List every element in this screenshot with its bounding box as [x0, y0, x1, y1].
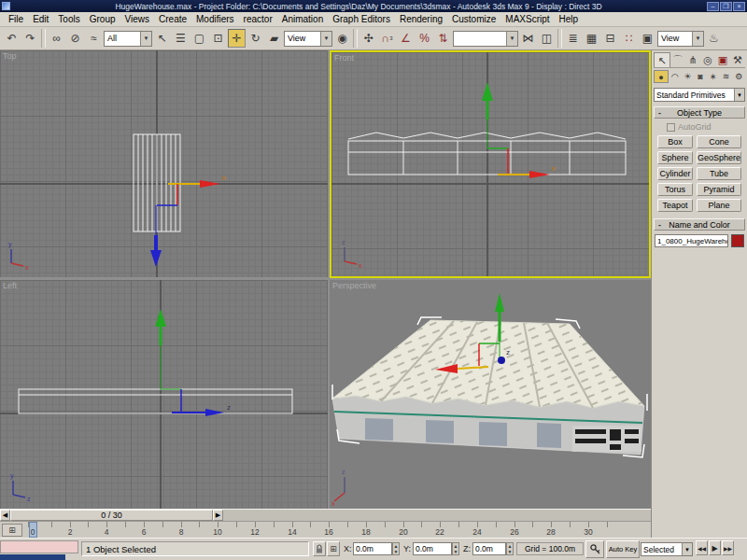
name-and-color-rollout[interactable]: - Name and Color: [654, 218, 745, 231]
menu-modifiers[interactable]: Modifiers: [191, 13, 239, 25]
viewport-label[interactable]: Perspective: [332, 281, 376, 290]
redo-icon[interactable]: ↷: [21, 29, 39, 48]
play-animation-icon[interactable]: ▶: [709, 540, 721, 555]
sphere-button[interactable]: Sphere: [657, 151, 693, 164]
time-slider-track[interactable]: [223, 510, 651, 521]
menu-edit[interactable]: Edit: [28, 13, 53, 25]
layer-manager-icon[interactable]: ≣: [564, 29, 582, 48]
menu-group[interactable]: Group: [85, 13, 120, 25]
object-type-rollout[interactable]: - Object Type: [654, 106, 745, 119]
display-tab-icon[interactable]: ▣: [715, 52, 730, 67]
spinner-snap-icon[interactable]: ⇅: [434, 29, 452, 48]
viewport-left[interactable]: Left z y z: [0, 280, 328, 509]
maxscript-mini-listener[interactable]: [0, 540, 78, 553]
unlink-selection-icon[interactable]: ⊘: [66, 29, 84, 48]
previous-frame-icon[interactable]: ◀: [0, 510, 10, 521]
top-viewport-canvas[interactable]: x y x: [0, 50, 328, 277]
viewport-label[interactable]: Top: [3, 51, 17, 61]
schematic-view-icon[interactable]: ⊟: [601, 29, 619, 48]
motion-tab-icon[interactable]: ◎: [700, 52, 715, 67]
pyramid-button[interactable]: Pyramid: [697, 183, 741, 196]
collapse-icon[interactable]: -: [655, 220, 665, 230]
menu-animation[interactable]: Animation: [277, 13, 328, 25]
set-keys-icon[interactable]: [585, 540, 604, 558]
menu-rendering[interactable]: Rendering: [395, 13, 447, 25]
helpers-icon[interactable]: ∗: [707, 70, 720, 83]
close-icon[interactable]: ×: [733, 2, 745, 11]
auto-key-button[interactable]: Auto Key: [606, 540, 640, 558]
viewport-label[interactable]: Left: [3, 281, 17, 290]
object-color-swatch[interactable]: [731, 234, 744, 247]
undo-icon[interactable]: ↶: [3, 29, 21, 48]
torus-button[interactable]: Torus: [657, 183, 693, 196]
chevron-down-icon[interactable]: ▼: [140, 32, 151, 46]
space-warps-icon[interactable]: ≋: [720, 70, 733, 83]
menu-maxscript[interactable]: MAXScript: [500, 13, 554, 25]
key-filter-dropdown[interactable]: Selected ▼: [641, 542, 693, 556]
menu-tools[interactable]: Tools: [53, 13, 84, 25]
left-viewport-canvas[interactable]: z y z: [0, 280, 328, 509]
viewport-label[interactable]: Front: [334, 53, 354, 63]
geosphere-button[interactable]: GeoSphere: [697, 151, 741, 164]
bind-to-space-warp-icon[interactable]: ≈: [85, 29, 103, 48]
x-spinner[interactable]: ▲▼: [392, 542, 400, 555]
z-spinner[interactable]: ▲▼: [506, 542, 514, 555]
percent-snap-icon[interactable]: %: [416, 29, 433, 48]
autogrid-checkbox[interactable]: [667, 123, 675, 132]
track-bar[interactable]: ⊞ 0 2 4 6 8 10 12 14 16 18 20 22 24 26 2…: [0, 521, 651, 538]
viewport-front-active[interactable]: Front x: [330, 50, 651, 278]
primitive-category-dropdown[interactable]: Standard Primitives ▼: [654, 88, 745, 102]
z-coordinate-input2[interactable]: 0.0m: [472, 542, 506, 555]
coordinate-system-dropdown[interactable]: View ▼: [284, 31, 332, 47]
menu-customize[interactable]: Customize: [447, 13, 500, 25]
go-to-end-icon[interactable]: ▶▶: [722, 540, 734, 555]
cylinder-button[interactable]: Cylinder: [657, 167, 693, 180]
collapse-icon[interactable]: -: [655, 108, 665, 118]
next-frame-icon[interactable]: ▶: [213, 510, 223, 521]
viewport-top[interactable]: Top x: [0, 50, 328, 277]
plane-button[interactable]: Plane: [697, 199, 741, 212]
cameras-icon[interactable]: ◙: [694, 70, 707, 83]
y-coordinate-input[interactable]: 0.0m: [413, 542, 452, 555]
absolute-offset-toggle-icon[interactable]: ⊞: [327, 541, 340, 556]
menu-create[interactable]: Create: [154, 13, 191, 25]
angle-snap-icon[interactable]: ∠: [397, 29, 415, 48]
systems-icon[interactable]: ⚙: [732, 70, 745, 83]
select-and-move-icon[interactable]: ✛: [228, 29, 246, 48]
open-mini-curve-editor-button[interactable]: ⊞: [2, 524, 22, 537]
select-and-link-icon[interactable]: ∞: [48, 29, 65, 48]
select-and-rotate-icon[interactable]: ↻: [247, 29, 264, 48]
select-and-scale-icon[interactable]: ▰: [265, 29, 283, 48]
restore-icon[interactable]: ❐: [720, 2, 732, 11]
object-name-input[interactable]: 1_0800_HugeWarehouse: [655, 234, 728, 247]
front-viewport-canvas[interactable]: x z x: [331, 52, 649, 276]
cone-button[interactable]: Cone: [697, 135, 741, 148]
menu-file[interactable]: File: [4, 13, 28, 25]
chevron-down-icon[interactable]: ▼: [734, 89, 744, 101]
time-slider-handle[interactable]: 0 / 30: [10, 510, 213, 521]
y-spinner[interactable]: ▲▼: [452, 542, 459, 555]
menu-reactor[interactable]: reactor: [239, 13, 277, 25]
align-icon[interactable]: ◫: [538, 29, 556, 48]
modify-tab-icon[interactable]: ⌒: [670, 52, 685, 67]
render-setup-icon[interactable]: ▣: [639, 29, 656, 48]
create-tab-icon[interactable]: ↖: [654, 52, 670, 67]
chevron-down-icon[interactable]: ▼: [506, 32, 517, 46]
material-editor-icon[interactable]: ∷: [620, 29, 638, 48]
menu-graph-editors[interactable]: Graph Editors: [328, 13, 395, 25]
select-by-name-icon[interactable]: ☰: [172, 29, 190, 48]
box-button[interactable]: Box: [657, 135, 693, 148]
window-crossing-icon[interactable]: ⊡: [209, 29, 227, 48]
go-to-start-icon[interactable]: ◀◀: [696, 540, 708, 555]
shapes-icon[interactable]: ◠: [669, 70, 682, 83]
snaps-toggle-icon[interactable]: ∩3: [378, 29, 396, 48]
x-coordinate-input[interactable]: 0.0m: [353, 542, 392, 555]
geometry-icon[interactable]: ●: [654, 70, 669, 83]
select-and-manipulate-icon[interactable]: ✣: [359, 29, 377, 48]
rectangular-selection-region-icon[interactable]: ▢: [190, 29, 208, 48]
chevron-down-icon[interactable]: ▼: [692, 32, 703, 46]
menu-views[interactable]: Views: [120, 13, 155, 25]
hierarchy-tab-icon[interactable]: ⋔: [685, 52, 700, 67]
use-pivot-point-center-icon[interactable]: ◉: [333, 29, 351, 48]
curve-editor-icon[interactable]: ▦: [583, 29, 600, 48]
